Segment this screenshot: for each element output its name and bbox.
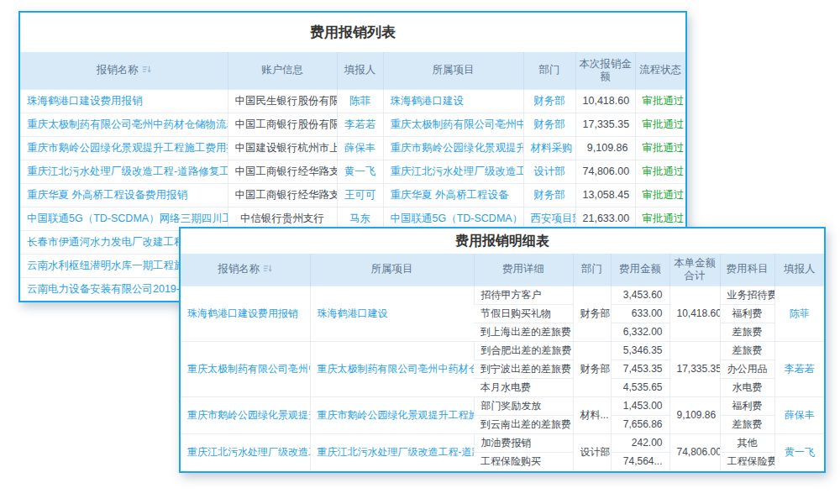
cell-project[interactable]: 重庆市鹅岭公园绿化景观提升工程施工 xyxy=(310,396,474,433)
cell-detail: 工程保险购买 xyxy=(474,452,573,470)
cell-category: 办公用品 xyxy=(720,360,774,378)
cell-filler[interactable]: 黄一飞 xyxy=(774,433,824,470)
detail-col-header-filler: 填报人 xyxy=(774,254,824,286)
cell-amount: 7,656.86 xyxy=(611,415,669,433)
cell-project[interactable]: 重庆华夏 外高桥工程设备 xyxy=(383,183,523,207)
cell-account: 中国工商银行经华路支行 xyxy=(228,160,337,183)
table-row: 重庆江北污水处理厂级改造工程- 重庆江北污水处理厂级改造工程-道路修复工 加油费… xyxy=(181,433,824,452)
list-col-header-amount: 本次报销金额 xyxy=(575,52,635,89)
list-col-header-dept: 部门 xyxy=(523,52,575,89)
cell-filler[interactable]: 李若若 xyxy=(774,341,824,396)
list-col-header-project: 所属项目 xyxy=(383,52,523,89)
cell-name[interactable]: 重庆太极制药有限公司亳州中药材仓储物流基地项... xyxy=(20,113,228,136)
cell-project[interactable]: 重庆江北污水处理厂级改造工... xyxy=(383,160,523,183)
cell-amount: 6,332.00 xyxy=(611,323,669,341)
table-row: 重庆太极制药有限公司亳州中药材仓储物流基地项... 中国工商银行股份有限... … xyxy=(20,113,685,136)
cell-name[interactable]: 重庆市鹅岭公园绿化景观提升工程 xyxy=(181,396,310,433)
sort-icon[interactable] xyxy=(142,65,151,77)
cell-detail: 招待甲方客户 xyxy=(474,286,573,304)
expense-detail-title: 费用报销明细表 xyxy=(181,228,824,254)
cell-project[interactable]: 重庆市鹅岭公园绿化景观提升... xyxy=(383,136,523,160)
table-row: 重庆华夏 外高桥工程设备费用报销 中国工商银行经华路支行 王可可 重庆华夏 外高… xyxy=(20,183,685,207)
cell-category: 水电费 xyxy=(720,378,774,396)
cell-filler[interactable]: 薛保丰 xyxy=(337,136,383,160)
list-col-header-account: 账户信息 xyxy=(228,52,337,89)
cell-dept[interactable]: 财务部 xyxy=(523,183,575,207)
cell-amount: 5,346.35 xyxy=(611,341,669,360)
cell-project[interactable]: 重庆江北污水处理厂级改造工程-道路修复工 xyxy=(310,433,474,470)
cell-dept[interactable]: 材料采购 xyxy=(523,136,575,160)
cell-filler[interactable]: 黄一飞 xyxy=(337,160,383,183)
detail-header-row: 报销名称 所属项目 费用详细 部门 费用金额 本单金额合计 费用科目 填报人 xyxy=(181,254,824,286)
table-row: 重庆江北污水处理厂级改造工程-道路修复工程费用... 中国工商银行经华路支行 黄… xyxy=(20,160,685,183)
cell-name[interactable]: 珠海鹤港口建设费用报销 xyxy=(181,286,310,341)
sort-icon[interactable] xyxy=(263,264,272,276)
cell-filler[interactable]: 李若若 xyxy=(337,113,383,136)
table-row: 珠海鹤港口建设费用报销 珠海鹤港口建设 招待甲方客户 财务部 3,453.60 … xyxy=(181,286,824,304)
status-badge: 审批通过 xyxy=(635,136,685,160)
detail-col-header-detail: 费用详细 xyxy=(474,254,573,286)
cell-account: 中国建设银行杭州市上... xyxy=(228,136,337,160)
cell-name[interactable]: 重庆华夏 外高桥工程设备费用报销 xyxy=(20,183,228,207)
cell-amount: 9,109.86 xyxy=(575,136,635,160)
cell-dept: 财务部 xyxy=(573,286,611,341)
expense-list-title: 费用报销列表 xyxy=(20,13,685,52)
cell-name[interactable]: 重庆市鹅岭公园绿化景观提升工程施工费用报销 xyxy=(20,136,228,160)
cell-filler[interactable]: 陈菲 xyxy=(337,89,383,113)
detail-col-header-total: 本单金额合计 xyxy=(669,254,720,286)
cell-dept: 财务部 xyxy=(573,341,611,396)
cell-filler[interactable]: 王可可 xyxy=(337,183,383,207)
detail-col-header-name[interactable]: 报销名称 xyxy=(181,254,310,286)
cell-dept[interactable]: 财务部 xyxy=(523,89,575,113)
list-col-header-name[interactable]: 报销名称 xyxy=(20,52,228,89)
status-badge: 审批通过 xyxy=(635,160,685,183)
cell-account: 中国民生银行股份有限... xyxy=(228,89,337,113)
cell-project[interactable]: 重庆太极制药有限公司亳州中... xyxy=(383,113,523,136)
table-row: 重庆太极制药有限公司亳州中药材 重庆太极制药有限公司亳州中药材仓储物流 到合肥出… xyxy=(181,341,824,360)
cell-dept: 材料... xyxy=(573,396,611,433)
cell-total: 9,109.86 xyxy=(669,396,720,433)
cell-account: 中国工商银行经华路支行 xyxy=(228,183,337,207)
cell-dept[interactable]: 设计部 xyxy=(523,160,575,183)
cell-amount: 13,058.45 xyxy=(575,183,635,207)
cell-total: 10,418.60 xyxy=(669,286,720,341)
table-row: 重庆市鹅岭公园绿化景观提升工程 重庆市鹅岭公园绿化景观提升工程施工 部门奖励发放… xyxy=(181,396,824,415)
cell-detail: 节假日购买礼物 xyxy=(474,304,573,323)
cell-category: 福利费 xyxy=(720,396,774,415)
cell-total: 17,335.35 xyxy=(669,341,720,396)
cell-project[interactable]: 珠海鹤港口建设 xyxy=(383,89,523,113)
list-header-row: 报销名称 账户信息 填报人 所属项目 部门 本次报销金额 流程状态 xyxy=(20,52,685,89)
cell-project[interactable]: 重庆太极制药有限公司亳州中药材仓储物流 xyxy=(310,341,474,396)
status-badge: 审批通过 xyxy=(635,89,685,113)
cell-category: 其他 xyxy=(720,433,774,452)
cell-detail: 部门奖励发放 xyxy=(474,396,573,415)
detail-col-header-category: 费用科目 xyxy=(720,254,774,286)
cell-category: 差旅费 xyxy=(720,341,774,360)
detail-col-header-project: 所属项目 xyxy=(310,254,474,286)
cell-amount: 4,535.65 xyxy=(611,378,669,396)
cell-category: 差旅费 xyxy=(720,415,774,433)
cell-project[interactable]: 珠海鹤港口建设 xyxy=(310,286,474,341)
cell-dept: 设计部 xyxy=(573,433,611,470)
cell-name[interactable]: 重庆江北污水处理厂级改造工程-道路修复工程费用... xyxy=(20,160,228,183)
cell-dept[interactable]: 财务部 xyxy=(523,113,575,136)
cell-amount: 242.00 xyxy=(611,433,669,452)
table-row: 重庆市鹅岭公园绿化景观提升工程施工费用报销 中国建设银行杭州市上... 薛保丰 … xyxy=(20,136,685,160)
cell-amount: 7,453.35 xyxy=(611,360,669,378)
status-badge: 审批通过 xyxy=(635,113,685,136)
cell-filler[interactable]: 薛保丰 xyxy=(774,396,824,433)
cell-name[interactable]: 珠海鹤港口建设费用报销 xyxy=(20,89,228,113)
table-row: 珠海鹤港口建设费用报销 中国民生银行股份有限... 陈菲 珠海鹤港口建设 财务部… xyxy=(20,89,685,113)
cell-detail: 到云南出差的差旅费 xyxy=(474,415,573,433)
cell-detail: 到合肥出差的差旅费 xyxy=(474,341,573,360)
cell-category: 工程保险费 xyxy=(720,452,774,470)
cell-name[interactable]: 重庆太极制药有限公司亳州中药材 xyxy=(181,341,310,396)
cell-amount: 17,335.35 xyxy=(575,113,635,136)
cell-amount: 74,564... xyxy=(611,452,669,470)
detail-col-header-dept: 部门 xyxy=(573,254,611,286)
list-col-header-filler: 填报人 xyxy=(337,52,383,89)
cell-category: 业务招待费 xyxy=(720,286,774,304)
cell-name[interactable]: 重庆江北污水处理厂级改造工程- xyxy=(181,433,310,470)
status-badge: 审批通过 xyxy=(635,183,685,207)
cell-filler[interactable]: 陈菲 xyxy=(774,286,824,341)
